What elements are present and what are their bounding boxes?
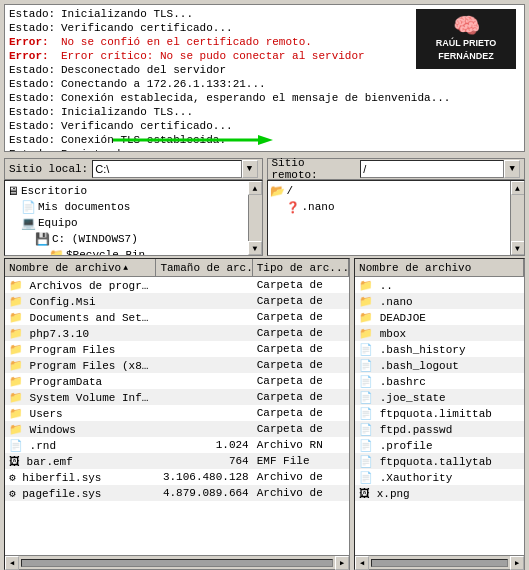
local-file-row[interactable]: ⚙ hiberfil.sys3.106.480.128Archivo de (5, 469, 349, 485)
log-message: Inicializando TLS... (61, 105, 193, 119)
local-file-type: Carpeta de (253, 327, 349, 339)
log-row: Estado:Verificando certificado... (5, 119, 524, 133)
remote-file-row[interactable]: 📁 .. (355, 277, 524, 293)
local-col-type[interactable]: Tipo de arc... (253, 259, 349, 276)
local-tree-item[interactable]: 💻Equipo (7, 215, 246, 231)
remote-tree-nano[interactable]: ❓ .nano (270, 199, 509, 215)
remote-file-name: 📄 .bashrc (355, 375, 524, 388)
remote-file-row[interactable]: 📄 ftpd.passwd (355, 421, 524, 437)
remote-file-name: 📁 DEADJOE (355, 311, 524, 324)
local-file-name: ⚙ hiberfil.sys (5, 471, 156, 484)
local-tree-item[interactable]: 📄Mis documentos (7, 199, 246, 215)
remote-tree-content: 📂 / ❓ .nano (268, 181, 511, 255)
local-file-row[interactable]: 📁 UsersCarpeta de (5, 405, 349, 421)
local-tree-scroll-down[interactable]: ▼ (248, 241, 262, 255)
local-file-row[interactable]: 📁 php7.3.10Carpeta de (5, 325, 349, 341)
logo-box: 🧠 RAÚL PRIETO FERNÁNDEZ (416, 9, 516, 69)
local-path-input[interactable] (92, 160, 241, 178)
local-file-type: Archivo RN (253, 439, 349, 451)
local-path-dropdown[interactable]: ▼ (242, 160, 258, 178)
logo-text: RAÚL PRIETO FERNÁNDEZ (436, 37, 497, 63)
remote-file-name: 📄 .joe_state (355, 391, 524, 404)
local-file-row[interactable]: 📁 ProgramDataCarpeta de (5, 373, 349, 389)
remote-scroll-right[interactable]: ▶ (510, 556, 524, 570)
remote-file-name: 📁 .. (355, 279, 524, 292)
remote-path-dropdown[interactable]: ▼ (504, 160, 520, 178)
local-file-name: 📁 php7.3.10 (5, 327, 156, 340)
remote-file-row[interactable]: 📁 .nano (355, 293, 524, 309)
local-file-row[interactable]: ⚙ pagefile.sys4.879.089.664Archivo de (5, 485, 349, 501)
remote-file-row[interactable]: 📄 .Xauthority (355, 469, 524, 485)
local-scroll-track[interactable] (21, 559, 333, 567)
remote-file-row[interactable]: 🖼 x.png (355, 485, 524, 501)
remote-file-row[interactable]: 📄 ftpquota.tallytab (355, 453, 524, 469)
local-file-row[interactable]: 📁 Archivos de programaCarpeta de (5, 277, 349, 293)
tree-label: C: (WINDOWS7) (52, 233, 138, 245)
remote-file-row[interactable]: 📄 .profile (355, 437, 524, 453)
local-file-row[interactable]: 📁 Program Files (x86)Carpeta de (5, 357, 349, 373)
local-scroll-right[interactable]: ▶ (335, 556, 349, 570)
remote-file-row[interactable]: 📁 DEADJOE (355, 309, 524, 325)
tree-label: Escritorio (21, 185, 87, 197)
folder-icon: 📁 (49, 248, 64, 256)
remote-tree-root[interactable]: 📂 / (270, 183, 509, 199)
log-row: Estado:Conexión establecida, esperando e… (5, 91, 524, 105)
folder-icon: 🖥 (7, 184, 19, 199)
log-row: Estado:Conectando a 172.26.1.133:21... (5, 77, 524, 91)
local-tree: 🖥Escritorio📄Mis documentos💻Equipo💾C: (WI… (4, 180, 263, 256)
remote-tree-scroll-up[interactable]: ▲ (511, 181, 525, 195)
local-file-size: 1.024 (156, 439, 252, 451)
local-file-name: 📁 Users (5, 407, 156, 420)
remote-table-body: 📁 ..📁 .nano📁 DEADJOE📁 mbox📄 .bash_histor… (355, 277, 524, 555)
remote-scroll-left[interactable]: ◀ (355, 556, 369, 570)
local-path-bar: Sitio local: ▼ (4, 158, 263, 180)
remote-path-bar: Sitio remoto: ▼ (267, 158, 526, 180)
folder-icon: 📄 (21, 200, 36, 215)
local-file-type: Archivo de (253, 471, 349, 483)
local-file-type: Carpeta de (253, 375, 349, 387)
remote-scroll-track[interactable] (371, 559, 508, 567)
local-col-size[interactable]: Tamaño de arc... (156, 259, 252, 276)
local-col-name[interactable]: Nombre de archivo ▲ (5, 259, 156, 276)
remote-col-name[interactable]: Nombre de archivo (355, 259, 524, 276)
sort-arrow-icon: ▲ (123, 263, 128, 272)
remote-tree-scroll-down[interactable]: ▼ (511, 241, 525, 255)
local-file-row[interactable]: 📁 WindowsCarpeta de (5, 421, 349, 437)
local-file-row[interactable]: 📁 Config.MsiCarpeta de (5, 293, 349, 309)
remote-file-row[interactable]: 📄 .bashrc (355, 373, 524, 389)
remote-path-input[interactable] (360, 160, 504, 178)
local-file-type: Carpeta de (253, 311, 349, 323)
local-file-row[interactable]: 📄 .rnd1.024Archivo RN (5, 437, 349, 453)
local-scroll-left[interactable]: ◀ (5, 556, 19, 570)
log-label: Estado: (9, 77, 61, 91)
local-file-row[interactable]: 🖼 bar.emf764EMF File (5, 453, 349, 469)
local-file-row[interactable]: 📁 System Volume Informa...Carpeta de (5, 389, 349, 405)
local-file-name: 📁 Program Files (x86) (5, 359, 156, 372)
local-tree-scroll-up[interactable]: ▲ (248, 181, 262, 195)
log-message: Inicializando TLS... (61, 7, 193, 21)
local-file-row[interactable]: 📁 Documents and SettingsCarpeta de (5, 309, 349, 325)
remote-file-row[interactable]: 📄 ftpquota.limittab (355, 405, 524, 421)
remote-file-name: 📄 .bash_logout (355, 359, 524, 372)
log-message: No se confió en el certificado remoto. (61, 35, 312, 49)
remote-file-row[interactable]: 📁 mbox (355, 325, 524, 341)
local-file-type: Carpeta de (253, 423, 349, 435)
remote-question-icon: ❓ (286, 201, 300, 214)
local-tree-item[interactable]: 🖥Escritorio (7, 183, 246, 199)
log-label: Estado: (9, 63, 61, 77)
remote-tree: 📂 / ❓ .nano ▲ ▼ (267, 180, 526, 256)
remote-file-name: 📄 ftpd.passwd (355, 423, 524, 436)
log-message: Conectando a 172.26.1.133:21... (61, 77, 266, 91)
remote-file-row[interactable]: 📄 .joe_state (355, 389, 524, 405)
local-file-table: Nombre de archivo ▲ Tamaño de arc... Tip… (4, 258, 350, 570)
log-row: Estado:Conexión TLS establecida. (5, 133, 524, 147)
remote-nano-label: .nano (302, 201, 335, 213)
local-file-row[interactable]: 📁 Program FilesCarpeta de (5, 341, 349, 357)
remote-root-folder-icon: 📂 (270, 184, 285, 199)
local-path-label: Sitio local: (9, 163, 88, 175)
remote-file-row[interactable]: 📄 .bash_history (355, 341, 524, 357)
local-tree-item[interactable]: 💾C: (WINDOWS7) (7, 231, 246, 247)
remote-file-row[interactable]: 📄 .bash_logout (355, 357, 524, 373)
folder-icon: 💻 (21, 216, 36, 231)
local-tree-item[interactable]: 📁$Recycle.Bin (7, 247, 246, 255)
